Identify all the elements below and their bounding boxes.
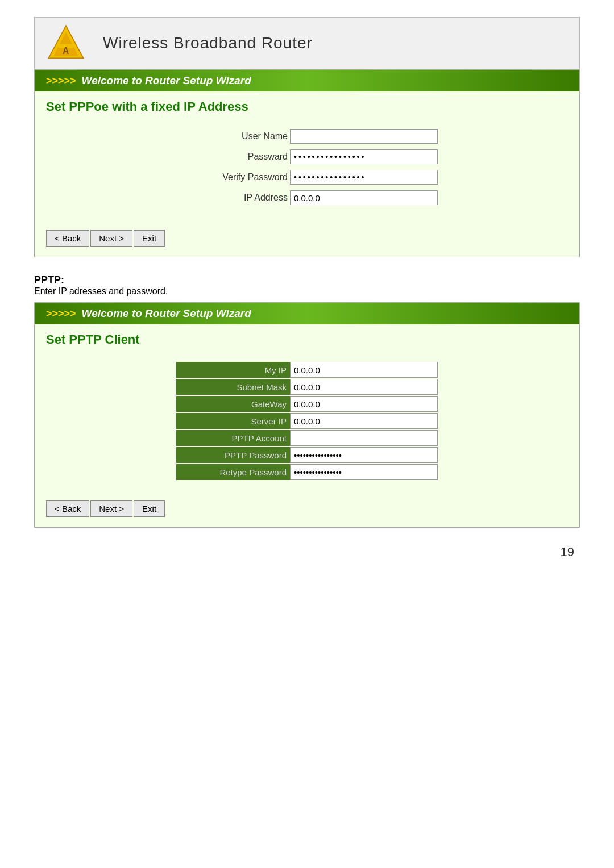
- router-logo: A: [46, 23, 86, 63]
- input-subnet[interactable]: [290, 379, 438, 395]
- pppoe-wizard-banner: >>>>> Welcome to Router Setup Wizard: [35, 70, 579, 91]
- banner-text: Welcome to Router Setup Wizard: [82, 74, 251, 87]
- label-verify-password: Verify Password: [176, 172, 290, 182]
- label-serverip: Server IP: [176, 413, 290, 429]
- label-password: Passward: [176, 152, 290, 162]
- input-pptp-password[interactable]: [290, 447, 438, 463]
- next-button-pptp[interactable]: Next >: [90, 500, 132, 517]
- pptp-subtitle: Enter IP adresses and password.: [34, 286, 580, 297]
- form-row-subnet: Subnet Mask: [52, 379, 562, 395]
- pptp-heading: PPTP:: [34, 274, 580, 286]
- label-subnet: Subnet Mask: [176, 379, 290, 395]
- exit-button-pptp[interactable]: Exit: [134, 500, 165, 517]
- input-retype-password[interactable]: [290, 464, 438, 480]
- input-verify-password[interactable]: [290, 170, 438, 185]
- input-myip[interactable]: [290, 362, 438, 378]
- pppoe-title: Set PPPoe with a fixed IP Address: [35, 91, 579, 118]
- input-username[interactable]: [290, 129, 438, 144]
- form-row-myip: My IP: [52, 362, 562, 378]
- pptp-banner-arrows: >>>>>: [46, 308, 76, 320]
- form-row-serverip: Server IP: [52, 413, 562, 429]
- exit-button-pppoe[interactable]: Exit: [134, 230, 165, 247]
- input-gateway[interactable]: [290, 396, 438, 412]
- svg-text:A: A: [63, 46, 69, 56]
- header-title: Wireless Broadband Router: [103, 34, 313, 52]
- form-row-ip: IP Address: [52, 190, 562, 205]
- label-pptp-account: PPTP Account: [176, 430, 290, 446]
- back-button-pppoe[interactable]: < Back: [46, 230, 89, 247]
- label-pptp-password: PPTP Password: [176, 447, 290, 463]
- pptp-section: >>>>> Welcome to Router Setup Wizard Set…: [34, 302, 580, 528]
- form-row-verify-password: Verify Password: [52, 170, 562, 185]
- header: A Wireless Broadband Router: [34, 17, 580, 69]
- form-row-pptp-password: PPTP Password: [52, 447, 562, 463]
- pptp-description: PPTP: Enter IP adresses and password.: [34, 274, 580, 297]
- label-username: User Name: [176, 131, 290, 141]
- form-row-password: Passward: [52, 149, 562, 164]
- form-row-retype-password: Retype Password: [52, 464, 562, 480]
- input-ip[interactable]: [290, 190, 438, 205]
- form-row-gateway: GateWay: [52, 396, 562, 412]
- form-row-pptp-account: PPTP Account: [52, 430, 562, 446]
- label-ip: IP Address: [176, 193, 290, 203]
- label-gateway: GateWay: [176, 396, 290, 412]
- pptp-banner-text: Welcome to Router Setup Wizard: [82, 307, 251, 320]
- pptp-form: My IP Subnet Mask GateWay Server IP PPTP…: [35, 350, 579, 493]
- back-button-pptp[interactable]: < Back: [46, 500, 89, 517]
- label-retype-password: Retype Password: [176, 464, 290, 480]
- input-password[interactable]: [290, 149, 438, 164]
- pptp-wizard-banner: >>>>> Welcome to Router Setup Wizard: [35, 303, 579, 324]
- form-row-username: User Name: [52, 129, 562, 144]
- pppoe-button-row: < Back Next > Exit: [35, 222, 579, 257]
- pptp-title: Set PPTP Client: [35, 324, 579, 350]
- input-pptp-account[interactable]: [290, 430, 438, 446]
- banner-arrows: >>>>>: [46, 75, 76, 87]
- input-serverip[interactable]: [290, 413, 438, 429]
- next-button-pppoe[interactable]: Next >: [90, 230, 132, 247]
- pppoe-section: >>>>> Welcome to Router Setup Wizard Set…: [34, 69, 580, 257]
- label-myip: My IP: [176, 362, 290, 378]
- pppoe-form: User Name Passward Verify Password IP Ad…: [35, 118, 579, 222]
- pptp-button-row: < Back Next > Exit: [35, 493, 579, 527]
- page-number: 19: [34, 545, 580, 560]
